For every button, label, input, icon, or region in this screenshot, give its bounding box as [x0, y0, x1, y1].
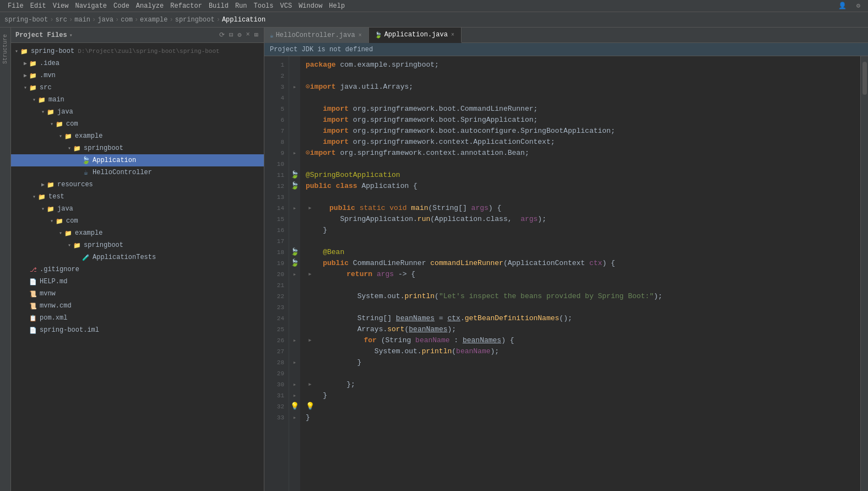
- tree-item-test[interactable]: ▾ 📁 test: [11, 191, 264, 203]
- collapse-all-icon[interactable]: ⊟: [228, 30, 234, 40]
- editor-area: ☕ HelloController.java × 🍃 Application.j…: [264, 28, 868, 491]
- folder-icon-root: 📁: [20, 47, 29, 56]
- tree-item-pom[interactable]: ▶ 📋 pom.xml: [11, 312, 264, 324]
- tree-item-idea[interactable]: ▶ 📁 .idea: [11, 57, 264, 69]
- menu-item-build[interactable]: Build: [205, 2, 232, 10]
- tree-item-com[interactable]: ▾ 📁 com: [11, 118, 264, 130]
- git-icon-gitignore: ⎇: [29, 265, 37, 274]
- tree-item-spring-boot-iml[interactable]: ▶ 📄 spring-boot.iml: [11, 324, 264, 336]
- tree-item-test-example[interactable]: ▾ 📁 example: [11, 227, 264, 239]
- tree-label-test-java: java: [57, 205, 73, 213]
- tab-close-Application[interactable]: ×: [450, 31, 455, 39]
- menu-item-window[interactable]: Window: [295, 2, 326, 10]
- tree-item-springboot[interactable]: ▾ 📁 springboot: [11, 142, 264, 154]
- tree-item-ApplicationTests[interactable]: ▶ 🧪 ApplicationTests: [11, 251, 264, 263]
- breadcrumb-example[interactable]: example: [140, 16, 167, 24]
- panel-header-icons: ⟳ ⊟ ⚙ × ⊞: [218, 30, 259, 40]
- menu-item-vcs[interactable]: VCS: [277, 2, 296, 10]
- menu-item-analyze[interactable]: Analyze: [133, 2, 167, 10]
- panel-dropdown-icon[interactable]: ▾: [69, 32, 73, 39]
- folder-icon-idea: 📁: [29, 59, 37, 68]
- tab-Application[interactable]: 🍃 Application.java ×: [369, 28, 462, 43]
- panel-expand-icon[interactable]: ⊞: [253, 30, 259, 40]
- tree-item-mvnw[interactable]: ▶ 📜 mvnw: [11, 288, 264, 300]
- tree-label-java: java: [57, 108, 73, 116]
- tree-label-test-com: com: [66, 217, 78, 225]
- tab-label-Application: Application.java: [384, 31, 448, 39]
- tree-item-test-java[interactable]: ▾ 📁 java: [11, 203, 264, 215]
- tree-label-mvn: .mvn: [40, 72, 56, 79]
- folder-icon-test-java: 📁: [46, 204, 55, 213]
- tab-HelloController[interactable]: ☕ HelloController.java ×: [264, 28, 369, 43]
- java-icon-tab: ☕: [270, 32, 274, 39]
- tree-label-ApplicationTests: ApplicationTests: [93, 253, 156, 261]
- tree-item-mvn[interactable]: ▶ 📁 .mvn: [11, 69, 264, 82]
- tree-item-spring-boot-root[interactable]: ▾ 📁 spring-boot D:\Project\zuul\spring-b…: [11, 45, 264, 57]
- menu-item-help[interactable]: Help: [326, 2, 348, 10]
- main-layout: Structure Project Files ▾ ⟳ ⊟ ⚙ × ⊞ ▾ 📁 …: [0, 28, 868, 491]
- menu-item-code[interactable]: Code: [110, 2, 133, 10]
- tab-close-HelloController[interactable]: ×: [357, 31, 363, 40]
- sync-icon[interactable]: ⟳: [218, 30, 226, 40]
- menu-item-refactor[interactable]: Refactor: [167, 2, 205, 10]
- menu-item-run[interactable]: Run: [232, 2, 251, 10]
- tree-item-example[interactable]: ▾ 📁 example: [11, 130, 264, 142]
- tree-label-resources: resources: [57, 181, 93, 188]
- code-editor[interactable]: 1 2 3 4 5 6 7 8 9 10 11 12 13 14 15 16 1…: [264, 56, 868, 491]
- breadcrumb-spring-boot[interactable]: spring-boot: [4, 16, 48, 24]
- scrollbar-thumb[interactable]: [862, 62, 867, 95]
- settings-panel-icon[interactable]: ⚙: [236, 30, 242, 40]
- menu-item-edit[interactable]: Edit: [27, 2, 50, 10]
- expand-arrow-java: ▾: [40, 109, 46, 115]
- tree-item-gitignore[interactable]: ▶ ⎇ .gitignore: [11, 263, 264, 276]
- breadcrumb-application: Application: [222, 16, 265, 24]
- expand-arrow-springboot: ▾: [66, 145, 73, 152]
- expand-arrow-mvn: ▶: [22, 72, 29, 79]
- tree-label-src: src: [40, 84, 52, 91]
- tree-item-HelloController[interactable]: ▶ ☕ HelloController: [11, 166, 264, 179]
- code-content[interactable]: package com.example.springboot; ⊙import …: [300, 56, 860, 491]
- folder-icon-test-springboot: 📁: [73, 241, 82, 250]
- tree-item-test-springboot[interactable]: ▾ 📁 springboot: [11, 239, 264, 251]
- tree-item-src[interactable]: ▾ 📁 src: [11, 82, 264, 94]
- breadcrumb-main[interactable]: main: [74, 16, 90, 24]
- tree-label-HELP: HELP.md: [40, 278, 67, 285]
- breadcrumb-com[interactable]: com: [121, 16, 133, 24]
- spring-icon-tab: 🍃: [375, 31, 382, 39]
- tree-label-mvnw: mvnw: [40, 290, 56, 298]
- menu-item-tools[interactable]: Tools: [251, 2, 277, 10]
- tree-label-main: main: [48, 96, 64, 104]
- tree-item-java[interactable]: ▾ 📁 java: [11, 106, 264, 118]
- tree-item-mvnw-cmd[interactable]: ▶ 📜 mvnw.cmd: [11, 300, 264, 312]
- expand-arrow-test-springboot: ▾: [66, 242, 73, 249]
- menu-item-view[interactable]: View: [50, 2, 72, 10]
- breadcrumb-java[interactable]: java: [97, 16, 113, 24]
- tree-item-resources[interactable]: ▶ 📁 resources: [11, 179, 264, 191]
- xml-icon-pom: 📋: [29, 314, 37, 322]
- menu-item-navigate[interactable]: Navigate: [72, 2, 110, 10]
- breadcrumb: spring-boot › src › main › java › com › …: [0, 12, 868, 28]
- tree-item-HELP[interactable]: ▶ 📄 HELP.md: [11, 276, 264, 288]
- user-icon[interactable]: 👤: [835, 2, 850, 10]
- expand-arrow-example: ▾: [57, 133, 64, 139]
- panel-close-icon[interactable]: ×: [245, 30, 251, 40]
- structure-strip: Structure: [0, 28, 11, 491]
- right-scrollbar[interactable]: [860, 56, 868, 491]
- spring-class-icon-Application: 🍃: [82, 156, 90, 165]
- breadcrumb-src[interactable]: src: [55, 16, 67, 24]
- notification-bar: Project JDK is not defined: [264, 43, 868, 56]
- tree-item-test-com[interactable]: ▾ 📁 com: [11, 215, 264, 227]
- structure-label[interactable]: Structure: [2, 34, 8, 64]
- menu-item-file[interactable]: File: [4, 2, 27, 10]
- line-numbers: 1 2 3 4 5 6 7 8 9 10 11 12 13 14 15 16 1…: [264, 56, 289, 491]
- java-class-icon-HelloController: ☕: [82, 168, 90, 177]
- tree-item-Application[interactable]: ▶ 🍃 Application: [11, 154, 264, 166]
- tree-path-root: D:\Project\zuul\spring-boot\spring-boot: [78, 48, 219, 55]
- settings-icon[interactable]: ⚙: [853, 2, 864, 10]
- tree-label-test: test: [48, 193, 64, 201]
- tree-label-Application: Application: [93, 157, 136, 164]
- breadcrumb-springboot[interactable]: springboot: [175, 16, 215, 24]
- tree-item-main[interactable]: ▾ 📁 main: [11, 94, 264, 106]
- panel-title: Project Files: [15, 31, 67, 39]
- expand-arrow-idea: ▶: [22, 60, 29, 67]
